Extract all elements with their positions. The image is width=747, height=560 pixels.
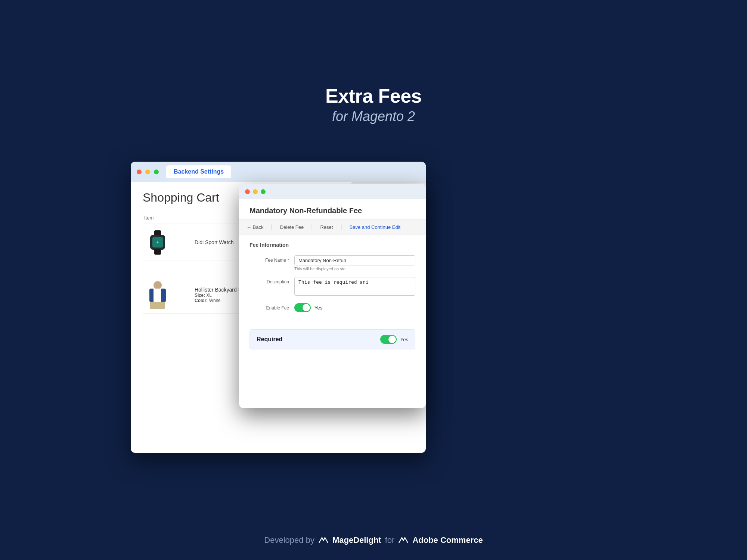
admin-title-bar	[239, 184, 426, 199]
fee-name-input[interactable]	[294, 255, 415, 265]
adobe-logo-icon	[398, 536, 409, 544]
required-label: Required	[257, 336, 282, 343]
page-header: Extra Fees for Magento 2	[325, 85, 422, 124]
watch-band-bot	[154, 249, 161, 255]
delete-fee-button[interactable]: Delete Fee	[280, 224, 304, 230]
required-row: Required Yes	[249, 329, 415, 349]
adobe-brand: Adobe Commerce	[412, 535, 483, 545]
fee-name-row: Fee Name * This will be displayed on sto	[249, 255, 415, 271]
shirt-image	[144, 282, 170, 308]
dot-yellow[interactable]	[145, 169, 150, 174]
item-image-cell: ◈	[143, 224, 193, 261]
magedelight-logo-icon	[318, 536, 329, 544]
dot-green[interactable]	[261, 189, 266, 194]
toolbar-divider-1: |	[271, 224, 273, 230]
watch-body: ◈	[150, 235, 165, 250]
enable-fee-toggle-row: Yes	[294, 303, 415, 312]
dot-red[interactable]	[137, 169, 142, 174]
backend-settings-tab[interactable]: Backend Settings	[166, 165, 231, 178]
save-continue-button[interactable]: Save and Continue Edit	[350, 224, 401, 230]
person-head	[154, 281, 162, 289]
required-right: Yes	[380, 335, 408, 344]
toolbar-divider-3: |	[340, 224, 342, 230]
toolbar-divider-2: |	[311, 224, 313, 230]
fee-name-input-container: This will be displayed on sto	[294, 255, 415, 271]
fee-name-hint: This will be displayed on sto	[294, 267, 415, 271]
magedelight-brand: MageDelight	[332, 535, 381, 545]
admin-fee-title: Mandatory Non-Refundable Fee	[239, 199, 426, 220]
person-pants	[150, 302, 165, 309]
description-input-container: This fee is required ani	[294, 277, 415, 297]
footer-developed-by: Developed by	[264, 535, 314, 545]
required-toggle[interactable]	[380, 335, 397, 344]
toggle-knob	[303, 304, 310, 311]
admin-window: Mandatory Non-Refundable Fee ← Back | De…	[239, 184, 426, 408]
enable-fee-value: Yes	[314, 305, 322, 311]
main-title: Extra Fees	[325, 85, 422, 107]
watch-screen: ◈	[152, 237, 163, 248]
reset-button[interactable]: Reset	[320, 224, 333, 230]
watch-image: ◈	[144, 229, 170, 255]
dot-green[interactable]	[154, 169, 159, 174]
enable-fee-input-container: Yes	[294, 303, 415, 312]
dot-yellow[interactable]	[253, 189, 258, 194]
admin-toolbar: ← Back | Delete Fee | Reset | Save and C…	[239, 220, 426, 234]
description-input[interactable]: This fee is required ani	[294, 277, 415, 296]
description-label: Description	[249, 277, 294, 284]
footer: Developed by MageDelight for Adobe Comme…	[0, 535, 747, 545]
enable-fee-toggle[interactable]	[294, 303, 311, 312]
enable-fee-row: Enable Fee Yes	[249, 303, 415, 312]
watch-shape: ◈	[147, 230, 168, 255]
adobe-text: Adobe Commerce	[412, 535, 483, 545]
main-subtitle: for Magento 2	[325, 109, 422, 124]
back-button[interactable]: ← Back	[247, 224, 264, 230]
fee-name-label: Fee Name *	[249, 255, 294, 263]
backend-title-bar: Backend Settings	[131, 162, 426, 182]
enable-fee-label: Enable Fee	[249, 303, 294, 311]
required-asterisk: *	[287, 258, 289, 263]
description-row: Description This fee is required ani	[249, 277, 415, 297]
fee-info-title: Fee Information	[249, 242, 415, 248]
required-toggle-knob	[388, 336, 396, 343]
footer-for: for	[385, 535, 395, 545]
required-value: Yes	[400, 337, 408, 342]
magedelight-text: MageDelight	[332, 535, 381, 545]
dot-red[interactable]	[245, 189, 250, 194]
item-image-cell	[143, 277, 193, 314]
person-shirt-front	[154, 289, 161, 302]
screens-container: Backend Settings Shopping Cart Item Pric…	[131, 139, 616, 475]
person-shape	[147, 281, 168, 309]
fee-info-section: Fee Information Fee Name * This will be …	[239, 234, 426, 326]
